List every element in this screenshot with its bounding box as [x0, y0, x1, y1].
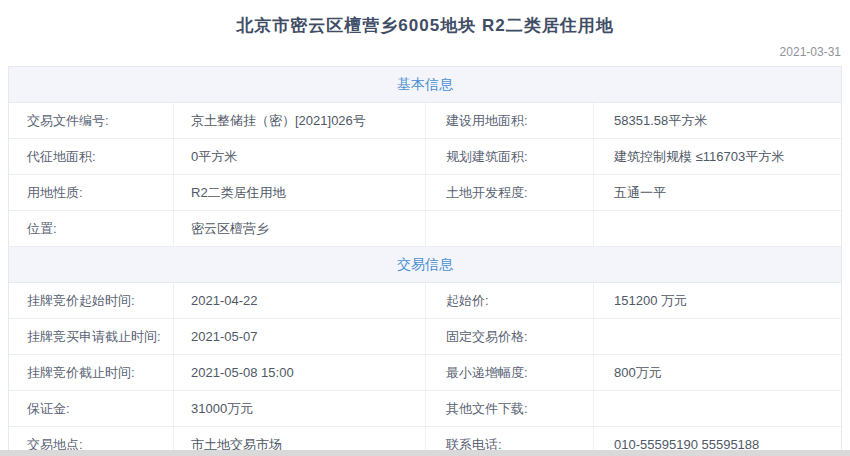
- section-header-transaction-info: 交易信息: [9, 247, 841, 283]
- field-label: [426, 211, 594, 246]
- table-row: 位置: 密云区檀营乡: [9, 211, 841, 247]
- field-value: 2021-04-22: [174, 283, 426, 318]
- table-row: 代征地面积: 0平方米 规划建筑面积: 建筑控制规模 ≤116703平方米: [9, 139, 841, 175]
- field-label: 规划建筑面积:: [426, 139, 594, 174]
- table-row: 用地性质: R2二类居住用地 土地开发程度: 五通一平: [9, 175, 841, 211]
- field-label: 建设用地面积:: [426, 103, 594, 138]
- field-value: 0平方米: [174, 139, 426, 174]
- field-value: 京土整储挂（密）[2021]026号: [174, 103, 426, 138]
- field-value: 2021-05-07: [174, 319, 426, 354]
- field-value: [594, 391, 841, 426]
- field-label: 交易文件编号:: [9, 103, 174, 138]
- section-header-basic-info: 基本信息: [9, 67, 841, 103]
- field-label: 最小递增幅度:: [426, 355, 594, 390]
- field-value: 密云区檀营乡: [174, 211, 426, 246]
- page-header: 北京市密云区檀营乡6005地块 R2二类居住用地 2021-03-31: [0, 0, 850, 66]
- field-label: 挂牌竞买申请截止时间:: [9, 319, 174, 354]
- field-label: 起始价:: [426, 283, 594, 318]
- table-row: 挂牌竞价起始时间: 2021-04-22 起始价: 151200 万元: [9, 283, 841, 319]
- field-value: R2二类居住用地: [174, 175, 426, 210]
- field-value: 2021-05-08 15:00: [174, 355, 426, 390]
- field-label: 挂牌竞价截止时间:: [9, 355, 174, 390]
- horizontal-scrollbar[interactable]: [0, 450, 850, 456]
- field-label: 用地性质:: [9, 175, 174, 210]
- page-title: 北京市密云区檀营乡6005地块 R2二类居住用地: [0, 14, 850, 38]
- table-row: 交易文件编号: 京土整储挂（密）[2021]026号 建设用地面积: 58351…: [9, 103, 841, 139]
- field-label: 其他文件下载:: [426, 391, 594, 426]
- field-value: 31000万元: [174, 391, 426, 426]
- field-label: 代征地面积:: [9, 139, 174, 174]
- field-value: 五通一平: [594, 175, 841, 210]
- field-label: 土地开发程度:: [426, 175, 594, 210]
- field-label: 固定交易价格:: [426, 319, 594, 354]
- field-label: 保证金:: [9, 391, 174, 426]
- field-value: [594, 211, 841, 246]
- field-value: [594, 319, 841, 354]
- field-value: 151200 万元: [594, 283, 841, 318]
- table-row: 保证金: 31000万元 其他文件下载:: [9, 391, 841, 427]
- land-info-table: 基本信息 交易文件编号: 京土整储挂（密）[2021]026号 建设用地面积: …: [8, 66, 842, 456]
- field-value: 建筑控制规模 ≤116703平方米: [594, 139, 841, 174]
- publish-date: 2021-03-31: [0, 45, 850, 59]
- table-row: 挂牌竞价截止时间: 2021-05-08 15:00 最小递增幅度: 800万元: [9, 355, 841, 391]
- table-row: 挂牌竞买申请截止时间: 2021-05-07 固定交易价格:: [9, 319, 841, 355]
- field-label: 挂牌竞价起始时间:: [9, 283, 174, 318]
- field-label: 位置:: [9, 211, 174, 246]
- field-value: 58351.58平方米: [594, 103, 841, 138]
- field-value: 800万元: [594, 355, 841, 390]
